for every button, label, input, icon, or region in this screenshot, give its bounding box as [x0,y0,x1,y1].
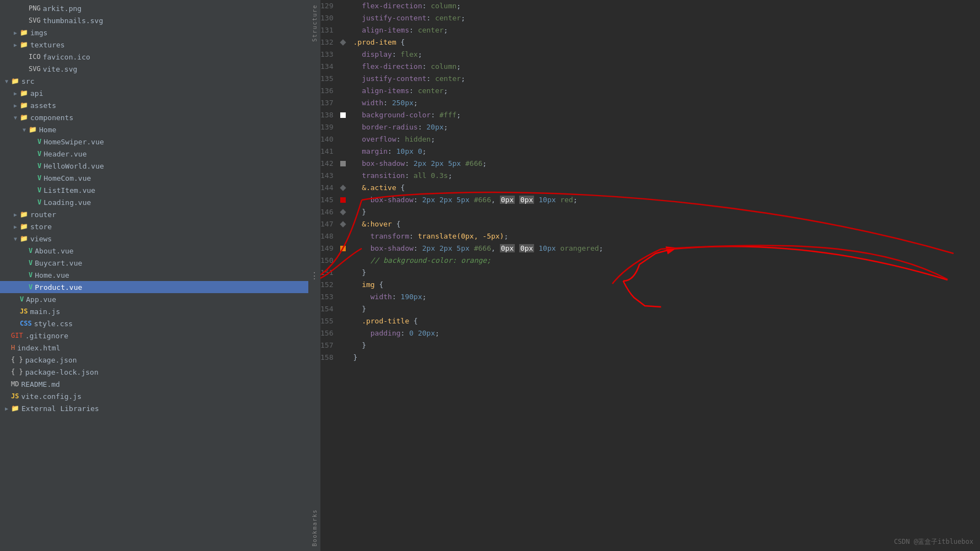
tree-item-home-vue[interactable]: VHome.vue [0,269,308,281]
tree-item-router[interactable]: ▶📁router [0,208,308,220]
code-line-147: &:hover { [353,218,980,230]
tree-item-arkit-png[interactable]: PNGarkit.png [0,2,308,14]
file-name: ListItem.vue [43,186,95,195]
file-name: App.vue [26,295,56,304]
tree-item-src[interactable]: ▼📁src [0,75,308,87]
folder-arrow: ▶ [2,406,11,412]
tree-item-store[interactable]: ▶📁store [0,220,308,233]
code-line-158: } [353,352,980,364]
tree-item-app-vue[interactable]: VApp.vue [0,293,308,305]
code-lines[interactable]: flex-direction: column; justify-content:… [349,0,980,551]
line-number-135: 135 [320,73,337,85]
tree-item-vite-config-js[interactable]: JSvite.config.js [0,390,308,402]
tree-item-views[interactable]: ▼📁views [0,233,308,245]
file-name: textures [30,41,65,49]
tree-item-api[interactable]: ▶📁api [0,87,308,99]
code-line-129: flex-direction: column; [353,0,980,12]
tree-item-readme-md[interactable]: MDREADME.md [0,378,308,390]
line-number-131: 131 [320,24,337,36]
tree-item-imgs[interactable]: ▶📁imgs [0,26,308,39]
gutter-cell-140 [337,133,349,145]
file-name: store [30,223,52,231]
tree-item-textures[interactable]: ▶📁textures [0,39,308,51]
code-line-137: width: 250px; [353,97,980,109]
line-number-147: 147 [320,218,337,230]
tree-item-buycart-vue[interactable]: VBuycart.vue [0,257,308,269]
tree-item-package-json[interactable]: { }package.json [0,354,308,366]
tree-item-vite-svg[interactable]: SVGvite.svg [0,63,308,75]
line-number-153: 153 [320,291,337,303]
tree-item-home-folder[interactable]: ▼📁Home [0,123,308,136]
tree-item-product-vue[interactable]: VProduct.vue [0,281,308,293]
code-line-143: transition: all 0.3s; [353,170,980,182]
gutter [337,0,349,551]
tree-item-header-vue[interactable]: VHeader.vue [0,148,308,160]
tree-item-external-libs[interactable]: ▶📁External Libraries [0,402,308,414]
gutter-red-swatch [340,197,346,203]
file-tree[interactable]: PNGarkit.png SVGthumbnails.svg▶📁imgs▶📁te… [0,0,308,551]
code-line-155: .prod-title { [353,315,980,327]
file-name: About.vue [35,247,73,255]
tree-item-about-vue[interactable]: VAbout.vue [0,245,308,257]
gutter-cell-150 [337,255,349,267]
tree-item-components[interactable]: ▼📁components [0,111,308,123]
tree-item-main-js[interactable]: JSmain.js [0,305,308,317]
tree-item-thumbnails-svg[interactable]: SVGthumbnails.svg [0,14,308,26]
tree-item-favicon-ico[interactable]: ICOfavicon.ico [0,51,308,63]
gutter-cell-153 [337,291,349,303]
code-line-131: align-items: center; [353,24,980,36]
gutter-cell-134 [337,61,349,73]
code-line-138: background-color: #fff; [353,109,980,121]
code-line-140: overflow: hidden; [353,133,980,145]
tree-item-homeswiper-vue[interactable]: VHomeSwiper.vue [0,136,308,148]
gutter-cell-129 [337,0,349,12]
line-number-134: 134 [320,61,337,73]
file-name: External Libraries [21,404,99,413]
code-line-134: flex-direction: column; [353,61,980,73]
code-line-153: width: 190px; [353,291,980,303]
file-name: Header.vue [43,150,86,158]
line-number-141: 141 [320,145,337,158]
file-name: main.js [30,307,60,316]
tree-item-index-html[interactable]: Hindex.html [0,342,308,354]
code-line-142: box-shadow: 2px 2px 5px #666; [353,158,980,170]
folder-arrow: ▼ [11,236,20,242]
folder-arrow: ▶ [11,30,20,36]
side-panel: Structure ⋮ Bookmarks [308,0,320,551]
gutter-cell-130 [337,12,349,24]
code-line-135: justify-content: center; [353,73,980,85]
watermark: CSDN @蓝盒子itbluebox [894,537,973,547]
structure-label: Structure [312,4,318,42]
file-name: README.md [21,380,59,388]
tree-item-assets[interactable]: ▶📁assets [0,99,308,111]
line-number-137: 137 [320,97,337,109]
line-number-157: 157 [320,339,337,352]
line-number-132: 132 [320,36,337,48]
tree-item-style-css[interactable]: CSSstyle.css [0,317,308,329]
code-line-145: box-shadow: 2px 2px 5px #666, 0px 0px 10… [353,194,980,206]
folder-arrow: ▼ [2,78,11,84]
file-name: Home.vue [35,271,69,279]
line-number-136: 136 [320,85,337,97]
side-dots: ⋮ [310,271,319,281]
file-name: views [30,235,52,243]
tree-item-package-lock-json[interactable]: { }package-lock.json [0,366,308,378]
editor-area: 1291301311321331341351361371381391401411… [320,0,980,551]
code-line-148: transform: translate(0px, -5px); [353,230,980,242]
gutter-cell-135 [337,73,349,85]
tree-item-gitignore[interactable]: GIT.gitignore [0,329,308,342]
file-name: Home [39,126,56,134]
tree-item-homecom-vue[interactable]: VHomeCom.vue [0,172,308,184]
file-name: src [21,77,34,85]
gutter-cell-157 [337,339,349,352]
tree-item-loading-vue[interactable]: VLoading.vue [0,196,308,208]
code-line-151: } [353,267,980,279]
tree-item-helloworld-vue[interactable]: VHelloWorld.vue [0,160,308,172]
code-line-139: border-radius: 20px; [353,121,980,133]
code-line-154: } [353,303,980,315]
line-number-149: 149 [320,242,337,255]
code-line-136: align-items: center; [353,85,980,97]
gutter-cell-149 [337,242,349,255]
tree-item-listitem-vue[interactable]: VListItem.vue [0,184,308,196]
file-name: favicon.ico [43,53,90,61]
